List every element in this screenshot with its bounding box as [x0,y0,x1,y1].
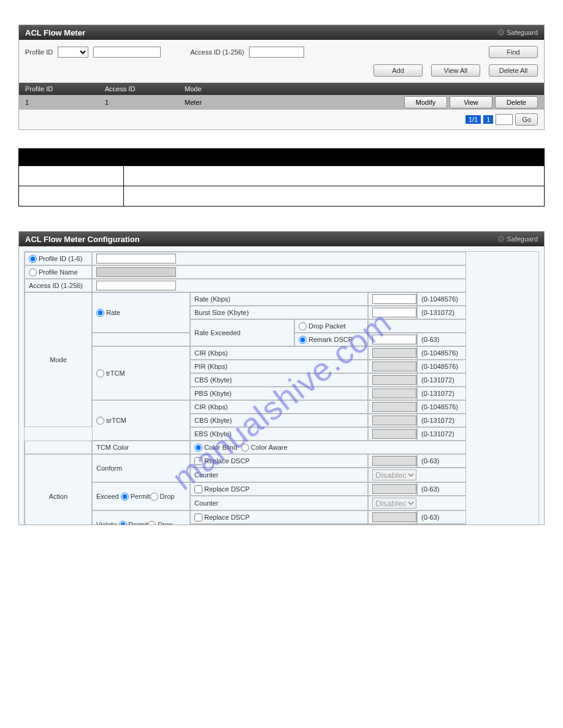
col-access-id: Access ID [105,85,185,93]
access-id-input-2[interactable] [96,281,176,290]
violate-dscp-input [372,512,416,522]
srtcm-radio[interactable] [96,417,104,425]
filter-row: Profile ID Access ID (1-256) Find [19,40,544,64]
safeguard-indicator-2: Safeguard [498,235,538,243]
add-button[interactable]: Add [373,64,423,77]
sr-cir-input [372,402,416,412]
color-aware-radio[interactable] [241,444,249,452]
panel2-titlebar: ACL Flow Meter Configuration Safeguard [19,232,544,246]
cell-mode: Meter [185,99,264,106]
profile-id-radio[interactable] [29,255,37,263]
conform-replace-dscp-check[interactable] [194,457,202,465]
parameter-table [18,148,545,207]
exceed-counter-select: Disabled [372,498,416,509]
mode-label: Mode [25,292,92,427]
conform-dscp-input [372,456,416,466]
pager: 1/1 1 Go [19,110,544,129]
conform-counter-select: Disabled [372,469,416,480]
sr-ebs-input [372,429,416,439]
exceed-dscp-input [372,484,416,494]
col-profile-id: Profile ID [25,85,105,93]
panel1-title: ACL Flow Meter [25,28,85,37]
rate-kbps-input[interactable] [372,294,416,304]
panel2-title: ACL Flow Meter Configuration [25,235,140,244]
delete-button[interactable]: Delete [495,96,538,108]
table-row: 1 1 Meter Modify View Delete [19,95,544,110]
view-all-button[interactable]: View All [431,64,480,77]
remark-dscp-input[interactable] [372,335,416,344]
color-blind-radio[interactable] [194,444,202,452]
trtcm-radio[interactable] [96,370,104,377]
profile-name-input [96,267,176,277]
cell-access-id: 1 [105,99,185,106]
tr-cir-input [372,348,416,358]
profile-id-label: Profile ID [25,48,53,56]
rate-exceeded-label: Rate Exceeded [190,319,294,346]
action-label: Action [25,454,92,525]
config-grid: Profile ID (1-6) Profile Name Access ID … [24,251,539,525]
profile-name-radio-cell: Profile Name [25,265,92,279]
results-header: Profile ID Access ID Mode [19,83,544,95]
safeguard-icon [498,236,504,242]
trtcm-cell: trTCM [92,346,190,400]
find-button[interactable]: Find [489,46,538,58]
profile-name-radio[interactable] [29,268,37,276]
access-id-label: Access ID (1-256) [190,48,244,56]
acl-flow-meter-panel: ACL Flow Meter Safeguard Profile ID Acce… [18,25,545,130]
violate-drop-radio[interactable] [148,521,156,526]
view-button[interactable]: View [450,96,492,108]
violate-replace-dscp-check[interactable] [194,514,202,521]
action-row: Add View All Delete All [19,64,544,83]
profile-id-input-2[interactable] [96,254,176,264]
remark-dscp-range: (0-63) [417,333,466,346]
exceed-drop-radio[interactable] [150,493,158,501]
panel1-titlebar: ACL Flow Meter Safeguard [19,25,544,40]
drop-packet-cell: Drop Packet [294,319,368,333]
page-total: 1/1 [465,115,481,124]
delete-all-button[interactable]: Delete All [489,64,538,77]
rate-kbps-range: (0-1048576) [417,292,466,306]
exceed-cell: Exceed Permit Drop [92,482,190,510]
tr-pir-input [372,362,416,371]
conform-label: Conform [92,454,190,482]
access-id-input[interactable] [249,47,304,58]
profile-id-select[interactable] [58,47,88,58]
tcm-color-cell: Color Blind Color Aware [190,441,466,454]
exceed-permit-radio[interactable] [121,493,129,501]
modify-button[interactable]: Modify [404,96,447,108]
go-button[interactable]: Go [515,113,538,126]
violate-permit-radio[interactable] [119,521,127,526]
drop-packet-radio[interactable] [299,322,307,330]
profile-id-radio-cell: Profile ID (1-6) [25,252,92,265]
burst-label: Burst Size (Kbyte) [190,306,368,319]
tcm-color-label: TCM Color [92,441,190,454]
tr-cbs-input [372,375,416,385]
rate-kbps-label: Rate (Kbps) [190,292,368,306]
srtcm-cell: srTCM [92,400,190,441]
cell-profile-id: 1 [25,99,105,106]
profile-id-input[interactable] [93,47,161,58]
access-id-cell: Access ID (1-256) [25,279,92,292]
tr-pbs-input [372,389,416,398]
config-scroll-area[interactable]: ACL Flow Meter Configuration Safeguard P… [18,231,545,525]
remark-dscp-radio[interactable] [299,336,307,344]
col-mode: Mode [185,85,264,93]
rate-radio[interactable] [96,309,104,317]
burst-range: (0-131072) [417,306,466,319]
burst-input[interactable] [372,308,416,317]
page-input[interactable] [496,114,513,125]
safeguard-indicator: Safeguard [498,29,538,36]
rate-radio-cell: Rate [92,292,190,333]
page-current: 1 [483,115,493,124]
exceed-replace-dscp-check[interactable] [194,485,202,493]
violate-cell: Violate Permit Drop [92,510,190,525]
remark-dscp-cell: Remark DSCP [294,333,368,346]
sr-cbs-input [372,415,416,425]
safeguard-icon [498,29,504,36]
